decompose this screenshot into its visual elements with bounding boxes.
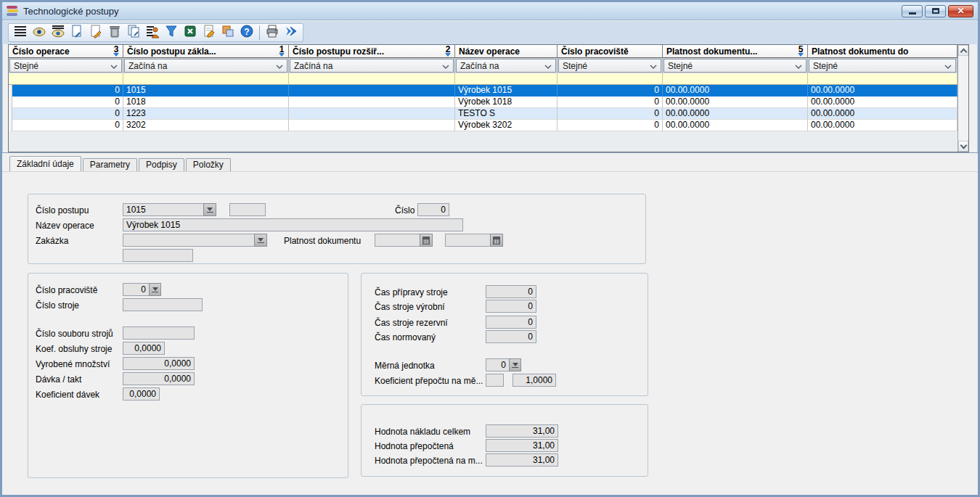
column-header[interactable]: Platnost dokumentu do <box>808 45 957 58</box>
filter-condition-dropdown[interactable]: Stejné <box>663 59 807 73</box>
cislo-pracoviste-dropdown-button[interactable] <box>149 283 161 296</box>
print-button[interactable] <box>263 25 282 41</box>
filter-condition-dropdown[interactable]: Stejné <box>809 59 956 73</box>
grid-cell[interactable]: 00.00.0000 <box>663 120 808 131</box>
platnost-od-calendar-button[interactable] <box>420 234 433 247</box>
delete-button[interactable] <box>105 25 124 41</box>
grid-cell[interactable]: 00.00.0000 <box>808 96 957 108</box>
excel-export-button[interactable] <box>181 25 200 41</box>
grid-cell[interactable]: Výrobek 3202 <box>455 120 558 131</box>
help-button[interactable]: ? <box>237 25 256 41</box>
grid-cell[interactable] <box>289 96 455 108</box>
merna-jednotka-dropdown-button[interactable] <box>509 358 521 371</box>
cislo-operace-field[interactable]: 0 <box>417 203 449 216</box>
grid-cell[interactable]: 1223 <box>123 108 289 120</box>
koeficient-prepoctu-field[interactable]: 1,0000 <box>513 374 556 387</box>
edit-document-button[interactable] <box>86 25 105 41</box>
filter-value-cell[interactable] <box>558 73 663 85</box>
filter-value-cell[interactable] <box>808 73 957 85</box>
grid-cell[interactable]: 1018 <box>123 96 289 108</box>
cas-stroje-vyrobni-field[interactable]: 0 <box>486 300 536 313</box>
tab-podpisy[interactable]: Podpisy <box>139 158 184 171</box>
view-button[interactable] <box>30 25 49 41</box>
cislo-pracoviste-field[interactable]: 0 <box>123 283 150 296</box>
grid-cell[interactable]: Výrobek 1018 <box>455 96 558 108</box>
hodnota-prepoctena-na-mj-field[interactable]: 31,00 <box>486 453 558 467</box>
filter-value-cell[interactable] <box>663 73 808 85</box>
cas-stroje-rezervni-field[interactable]: 0 <box>486 316 536 329</box>
filter-condition-dropdown[interactable]: Začíná na <box>456 59 556 73</box>
zakazka-dropdown-button[interactable] <box>254 234 267 247</box>
grid-cell[interactable]: 0 <box>558 120 663 131</box>
cislo-postupu-dropdown-button[interactable] <box>203 203 216 216</box>
forward-button[interactable] <box>282 25 301 41</box>
grid-cell[interactable]: TESTO S <box>455 108 558 120</box>
grid-cell[interactable]: Výrobek 1015 <box>455 85 558 96</box>
copy-document-button[interactable] <box>124 25 143 41</box>
grid-cell[interactable]: 0 <box>558 96 663 108</box>
platnost-do-field[interactable] <box>445 234 491 247</box>
merna-jednotka-field[interactable]: 0 <box>486 358 510 371</box>
close-button[interactable]: ✕ <box>948 5 973 17</box>
scroll-up-button[interactable] <box>958 45 968 56</box>
tab-parametry[interactable]: Parametry <box>83 158 137 171</box>
maximize-button[interactable] <box>925 5 946 17</box>
list-button[interactable] <box>11 25 30 41</box>
tab-z-kladn-daje[interactable]: Základní údaje <box>9 156 81 171</box>
filter-condition-dropdown[interactable]: Začíná na <box>124 59 287 73</box>
vyrobene-mnozstvi-field[interactable]: 0,0000 <box>123 357 195 370</box>
minimize-button[interactable] <box>902 5 923 17</box>
filter-value-cell[interactable] <box>9 73 123 85</box>
grid-cell[interactable]: 0 <box>12 108 123 120</box>
grid-cell[interactable]: 1015 <box>123 85 289 96</box>
grid-cell[interactable]: 00.00.0000 <box>808 108 957 120</box>
grid-cell[interactable]: 0 <box>12 120 123 131</box>
hodnota-nakladu-celkem-field[interactable]: 31,00 <box>486 424 558 438</box>
cislo-souboru-stroju-field[interactable] <box>123 326 195 340</box>
column-header[interactable]: Název operace <box>455 45 558 58</box>
grid-cell[interactable]: 00.00.0000 <box>808 85 957 96</box>
vertical-scrollbar[interactable] <box>957 45 968 152</box>
table-row[interactable]: 01223TESTO S000.00.000000.00.0000 <box>9 108 957 120</box>
zakazka-field[interactable] <box>123 234 255 247</box>
grid-cell[interactable] <box>289 120 455 131</box>
filter-condition-dropdown[interactable]: Stejné <box>558 59 661 73</box>
column-header[interactable]: Číslo postupu rozšiř...2 <box>289 45 455 58</box>
grid-cell[interactable]: 00.00.0000 <box>663 108 808 120</box>
table-row[interactable]: 03202Výrobek 3202000.00.000000.00.0000 <box>9 120 957 131</box>
nazev-operace-field[interactable]: Výrobek 1015 <box>123 218 463 231</box>
zakazka-extra-field[interactable] <box>123 249 193 262</box>
batch-edit-button[interactable] <box>143 25 162 41</box>
grid-cell[interactable]: 0 <box>12 96 123 108</box>
column-header[interactable]: Číslo postupu zákla...1 <box>123 45 289 58</box>
grid-cell[interactable]: 0 <box>12 85 123 96</box>
cas-normovany-field[interactable]: 0 <box>486 330 536 343</box>
grid-cell[interactable] <box>289 108 455 120</box>
filter-value-cell[interactable] <box>289 73 455 85</box>
filter-condition-dropdown[interactable]: Začíná na <box>290 59 454 73</box>
filter-condition-dropdown[interactable]: Stejné <box>9 59 122 73</box>
davka-takt-field[interactable]: 0,0000 <box>123 372 195 385</box>
cislo-postupu-aux-field[interactable] <box>229 203 266 216</box>
filter-value-cell[interactable] <box>455 73 558 85</box>
filter-button[interactable] <box>162 25 181 41</box>
cislo-postupu-field[interactable]: 1015 <box>123 203 204 216</box>
cas-pripravy-stroje-field[interactable]: 0 <box>486 285 536 298</box>
edit-note-button[interactable] <box>200 25 219 41</box>
grid-cell[interactable]: 3202 <box>123 120 289 131</box>
column-header[interactable]: Číslo operace3 <box>9 45 123 58</box>
tab-polo-ky[interactable]: Položky <box>186 158 231 171</box>
view-list-button[interactable] <box>49 25 68 41</box>
filter-value-cell[interactable] <box>123 73 289 85</box>
platnost-do-calendar-button[interactable] <box>490 234 503 247</box>
koeficient-davek-field[interactable]: 0,0000 <box>123 387 160 401</box>
table-row[interactable]: 01018Výrobek 1018000.00.000000.00.0000 <box>9 96 957 108</box>
koeficient-prepoctu-aux-field[interactable] <box>486 374 504 387</box>
grid-cell[interactable]: 0 <box>558 85 663 96</box>
cislo-stroje-field[interactable] <box>123 298 203 311</box>
table-row[interactable]: 01015Výrobek 1015000.00.000000.00.0000 <box>9 85 957 96</box>
koef-obsluhy-stroje-field[interactable]: 0,0000 <box>123 342 165 355</box>
new-document-button[interactable] <box>68 25 86 41</box>
grid-cell[interactable] <box>289 85 455 96</box>
column-header[interactable]: Platnost dokumentu...5 <box>663 45 808 58</box>
